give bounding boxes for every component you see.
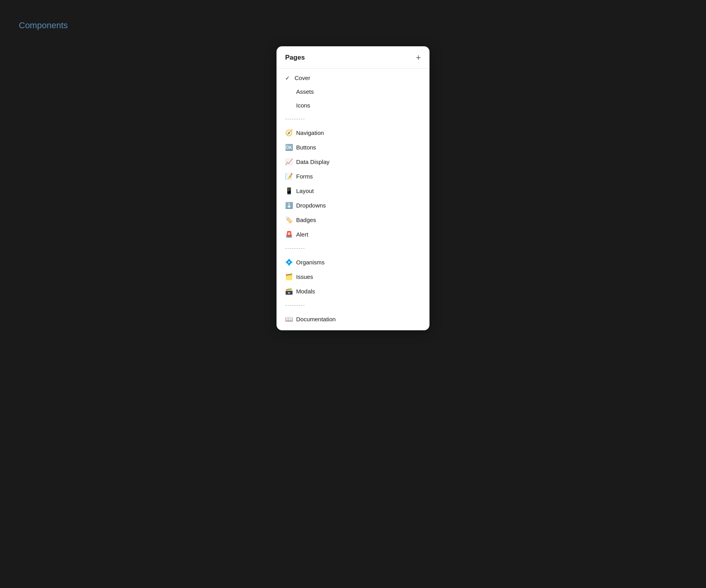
item-emoji-documentation: 📖: [285, 315, 293, 323]
page-title: Components: [19, 20, 68, 31]
item-emoji-issues: 🗂️: [285, 273, 293, 280]
item-emoji-organisms: 💠: [285, 259, 293, 266]
item-emoji-modals: 🗃️: [285, 288, 293, 295]
page-item-dropdowns[interactable]: ⬇️Dropdowns: [277, 198, 429, 213]
check-icon: ✓: [285, 75, 291, 81]
item-label-badges: Badges: [296, 217, 316, 223]
pages-list: ✓CoverAssetsIcons---------🧭Navigation🆗Bu…: [277, 69, 429, 330]
page-item-layout[interactable]: 📱Layout: [277, 184, 429, 198]
page-item-documentation[interactable]: 📖Documentation: [277, 312, 429, 326]
item-label-icons: Icons: [296, 102, 310, 109]
panel-wrapper: Pages + ✓CoverAssetsIcons---------🧭Navig…: [277, 46, 429, 330]
item-label-navigation: Navigation: [296, 129, 324, 136]
separator: ---------: [277, 112, 429, 126]
page-item-issues[interactable]: 🗂️Issues: [277, 269, 429, 284]
page-item-modals[interactable]: 🗃️Modals: [277, 284, 429, 299]
panel-title: Pages: [285, 54, 305, 62]
item-label-documentation: Documentation: [296, 316, 336, 322]
item-label-buttons: Buttons: [296, 144, 316, 151]
item-emoji-dropdowns: ⬇️: [285, 202, 293, 209]
page-item-organisms[interactable]: 💠Organisms: [277, 255, 429, 269]
separator: ---------: [277, 299, 429, 312]
add-page-button[interactable]: +: [416, 53, 421, 62]
page-item-navigation[interactable]: 🧭Navigation: [277, 126, 429, 140]
item-emoji-badges: 🏷️: [285, 216, 293, 224]
page-item-buttons[interactable]: 🆗Buttons: [277, 140, 429, 155]
item-emoji-navigation: 🧭: [285, 129, 293, 137]
item-label-issues: Issues: [296, 273, 313, 280]
page-item-icons[interactable]: Icons: [277, 98, 429, 112]
separator: ---------: [277, 242, 429, 255]
page-item-cover[interactable]: ✓Cover: [277, 71, 429, 85]
pages-panel: Pages + ✓CoverAssetsIcons---------🧭Navig…: [277, 46, 429, 330]
item-emoji-alert: 🚨: [285, 231, 293, 238]
page-item-badges[interactable]: 🏷️Badges: [277, 213, 429, 227]
item-label-layout: Layout: [296, 188, 314, 194]
page-item-alert[interactable]: 🚨Alert: [277, 227, 429, 242]
item-emoji-buttons: 🆗: [285, 144, 293, 151]
panel-header: Pages +: [277, 46, 429, 69]
item-label-data-display: Data Display: [296, 158, 329, 165]
item-emoji-data-display: 📈: [285, 158, 293, 166]
item-label-cover: Cover: [295, 75, 310, 81]
page-item-assets[interactable]: Assets: [277, 85, 429, 98]
item-label-forms: Forms: [296, 173, 313, 180]
item-label-dropdowns: Dropdowns: [296, 202, 326, 209]
item-label-assets: Assets: [296, 88, 314, 95]
item-label-alert: Alert: [296, 231, 308, 238]
item-emoji-forms: 📝: [285, 173, 293, 180]
page-item-forms[interactable]: 📝Forms: [277, 169, 429, 184]
page-item-data-display[interactable]: 📈Data Display: [277, 155, 429, 169]
item-label-modals: Modals: [296, 288, 315, 295]
item-emoji-layout: 📱: [285, 187, 293, 195]
item-label-organisms: Organisms: [296, 259, 325, 266]
